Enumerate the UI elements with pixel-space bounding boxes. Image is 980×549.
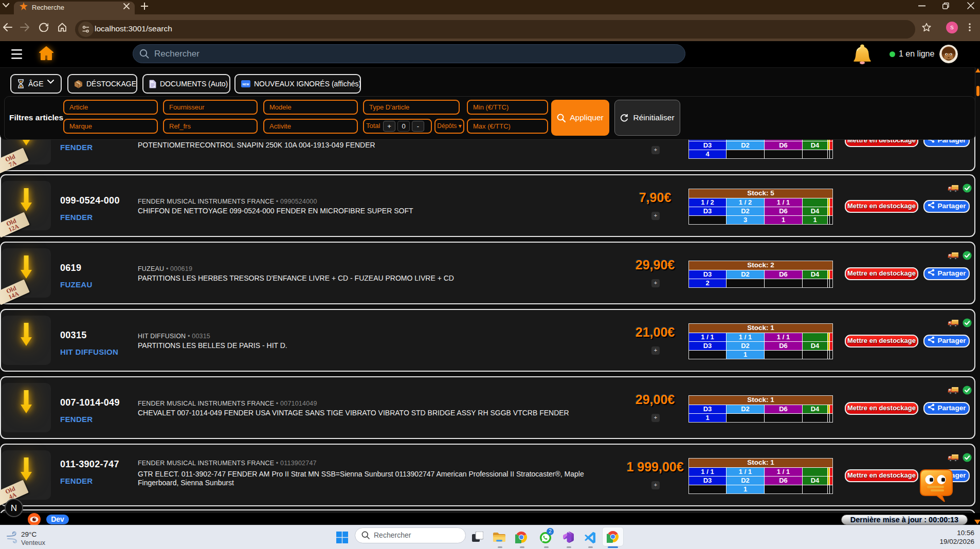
svg-text:NEW: NEW	[242, 83, 249, 86]
